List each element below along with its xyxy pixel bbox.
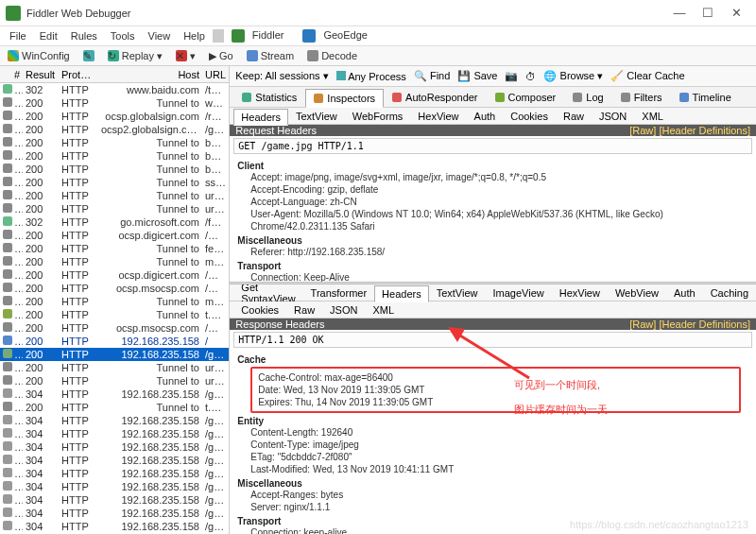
session-row[interactable]: 11200HTTPTunnel tobaidu.com:443 bbox=[0, 149, 229, 163]
main-toolbar: WinConfig ✎ ↻Replay ▾ ✕ ▾ ▶ Go Stream De… bbox=[0, 45, 756, 66]
tab-autoresponder[interactable]: AutoResponder bbox=[384, 88, 486, 107]
session-row[interactable]: 10200HTTPTunnel tobaidu.com:443 bbox=[0, 136, 229, 149]
tab-filters[interactable]: Filters bbox=[612, 88, 671, 107]
tab-composer[interactable]: Composer bbox=[487, 88, 565, 107]
session-row[interactable]: 18200HTTPTunnel tofe2.update.microsoft.c bbox=[0, 242, 229, 255]
menu-geoedge[interactable]: GeoEdge bbox=[297, 27, 378, 44]
session-row[interactable]: 6302HTTPwww.baidu.com/tn=80035161_1_dg bbox=[0, 83, 229, 96]
menu-help[interactable]: Help bbox=[178, 28, 211, 43]
tab-json[interactable]: JSON bbox=[592, 108, 634, 125]
tab-transformer[interactable]: Transformer bbox=[303, 284, 375, 301]
tab-textview[interactable]: TextView bbox=[429, 284, 486, 301]
stream-button[interactable]: Stream bbox=[243, 49, 298, 62]
col-url[interactable]: URL bbox=[202, 69, 229, 80]
session-row[interactable]: 23200HTTPTunnel tot.urs.microsoft.com:44 bbox=[0, 308, 229, 321]
col-num[interactable]: # bbox=[0, 69, 23, 80]
tab-headers[interactable]: Headers bbox=[374, 285, 429, 302]
tab-hexview[interactable]: HexView bbox=[410, 108, 466, 125]
tab-textview[interactable]: TextView bbox=[288, 108, 345, 125]
maximize-button[interactable]: ☐ bbox=[694, 6, 722, 20]
session-row[interactable]: 7200HTTPTunnel towww.baidu.com:443 bbox=[0, 96, 229, 110]
clearcache-button[interactable]: 🧹 Clear Cache bbox=[610, 70, 684, 82]
session-row[interactable]: 14200HTTPTunnel tours.microsoft.com:443 bbox=[0, 189, 229, 202]
session-row[interactable]: 13200HTTPTunnel toss1.bdstatic.com:443 bbox=[0, 176, 229, 189]
tab-statistics[interactable]: Statistics bbox=[233, 88, 305, 107]
menu-file[interactable]: File bbox=[4, 28, 32, 43]
session-row[interactable]: 29304HTTP192.168.235.158/game.jpg bbox=[0, 388, 229, 401]
session-row[interactable]: 35304HTTP192.168.235.158/game.jpg bbox=[0, 467, 229, 480]
col-host[interactable]: Host bbox=[98, 69, 202, 80]
tab-imageview[interactable]: ImageView bbox=[486, 284, 552, 301]
session-row[interactable]: 38304HTTP192.168.235.158/game.jpg bbox=[0, 507, 229, 520]
tab-webforms[interactable]: WebForms bbox=[345, 108, 411, 125]
tab-raw[interactable]: Raw bbox=[286, 301, 322, 319]
save-button[interactable]: 💾 Save bbox=[457, 70, 497, 82]
tab-log[interactable]: Log bbox=[564, 88, 611, 107]
sessions-rows[interactable]: 6302HTTPwww.baidu.com/tn=80035161_1_dg72… bbox=[0, 83, 229, 534]
response-view-tabs-2: CookiesRawJSONXML bbox=[230, 301, 756, 319]
session-row[interactable]: 20200HTTPocsp.digicert.com/MFEwTzBNMEswS… bbox=[0, 268, 229, 282]
response-raw-links[interactable]: [Raw] [Header Definitions] bbox=[629, 319, 750, 330]
tab-cookies[interactable]: Cookies bbox=[503, 108, 556, 125]
tab-auth[interactable]: Auth bbox=[666, 284, 703, 301]
menu-tools[interactable]: Tools bbox=[105, 28, 141, 43]
session-row[interactable]: 31304HTTP192.168.235.158/game.jpg bbox=[0, 414, 229, 427]
session-row[interactable]: 19200HTTPTunnel tomicrosoftedgewelcome bbox=[0, 255, 229, 268]
filter-bar: Keep: All sessions ▾ Any Process 🔍 Find … bbox=[230, 66, 756, 87]
col-result[interactable]: Result bbox=[23, 69, 59, 80]
annotation-text: 可见到一个时间段, 图片缓存时间为一天 bbox=[514, 372, 608, 422]
tab-auth[interactable]: Auth bbox=[467, 108, 504, 125]
decode-button[interactable]: Decode bbox=[303, 49, 361, 62]
session-row[interactable]: 34304HTTP192.168.235.158/game.jpg bbox=[0, 454, 229, 467]
winconfig-button[interactable]: WinConfig bbox=[4, 49, 74, 62]
tab-cookies[interactable]: Cookies bbox=[233, 301, 286, 319]
session-row[interactable]: 24200HTTPocsp.msocsp.com/MFQwUjBQME4wTDA bbox=[0, 321, 229, 335]
session-row[interactable]: 39304HTTP192.168.235.158/game.jpg bbox=[0, 520, 229, 533]
tab-xml[interactable]: XML bbox=[365, 301, 402, 319]
tab-xml[interactable]: XML bbox=[634, 108, 671, 125]
session-row[interactable]: 9200HTTPocsp2.globalsign.com/gsorganizat… bbox=[0, 123, 229, 136]
session-row[interactable]: 22200HTTPTunnel tomicrosoftedgetips.mic bbox=[0, 295, 229, 308]
tab-hexview[interactable]: HexView bbox=[552, 284, 608, 301]
menu-fiddler[interactable]: Fiddler bbox=[226, 27, 296, 44]
tab-webview[interactable]: WebView bbox=[608, 284, 666, 301]
session-row[interactable]: 8200HTTPocsp.globalsign.com/rootr1/MEwwS… bbox=[0, 110, 229, 123]
screenshot-icon[interactable]: 📷 bbox=[505, 70, 518, 82]
tab-headers[interactable]: Headers bbox=[233, 109, 288, 126]
menu-rules[interactable]: Rules bbox=[65, 28, 103, 43]
session-row[interactable]: 36304HTTP192.168.235.158/game.jpg bbox=[0, 480, 229, 493]
menu-edit[interactable]: Edit bbox=[34, 28, 63, 43]
session-row[interactable]: 37304HTTP192.168.235.158/game.jpg bbox=[0, 493, 229, 507]
session-row[interactable]: 33304HTTP192.168.235.158/game.jpg bbox=[0, 440, 229, 454]
go-button[interactable]: ▶ Go bbox=[205, 49, 237, 63]
session-row[interactable]: 17200HTTPocsp.digicert.com/MFEwTzBNMEswS… bbox=[0, 229, 229, 242]
comment-button[interactable]: ✎ bbox=[79, 49, 98, 62]
session-row[interactable]: 32304HTTP192.168.235.158/game.jpg bbox=[0, 427, 229, 440]
session-row[interactable]: 30200HTTPTunnel tot.urs.microsoft.com:44 bbox=[0, 401, 229, 414]
session-row[interactable]: 16302HTTPgo.microsoft.com/fwlink/?LinkId… bbox=[0, 215, 229, 229]
session-row[interactable]: 21200HTTPocsp.msocsp.com/MFQwUjBQME4wTDA bbox=[0, 282, 229, 295]
session-row[interactable]: 27200HTTPTunnel tours.microsoft.com:443 bbox=[0, 361, 229, 374]
find-button[interactable]: 🔍 Find bbox=[414, 70, 450, 82]
tab-timeline[interactable]: Timeline bbox=[671, 88, 740, 107]
session-row[interactable]: 28200HTTPTunnel tours.microsoft.com:443 bbox=[0, 374, 229, 388]
session-row[interactable]: 12200HTTPTunnel tobaidu.com:443 bbox=[0, 163, 229, 176]
keep-dropdown[interactable]: Keep: All sessions ▾ bbox=[235, 70, 328, 82]
tab-inspectors[interactable]: Inspectors bbox=[305, 89, 384, 108]
col-protocol[interactable]: Protocol bbox=[59, 69, 98, 80]
menu-view[interactable]: View bbox=[143, 28, 177, 43]
tab-caching[interactable]: Caching bbox=[703, 284, 756, 301]
session-row[interactable]: 15200HTTPTunnel tours.microsoft.com:443 bbox=[0, 202, 229, 215]
request-raw-links[interactable]: [Raw] [Header Definitions] bbox=[629, 125, 750, 136]
session-row[interactable]: 26200HTTP192.168.235.158/game.jpg bbox=[0, 348, 229, 361]
close-button[interactable]: ✕ bbox=[722, 6, 750, 20]
browse-button[interactable]: 🌐 Browse ▾ bbox=[543, 70, 603, 82]
minimize-button[interactable]: — bbox=[665, 6, 694, 20]
tab-raw[interactable]: Raw bbox=[556, 108, 592, 125]
anyprocess-button[interactable]: Any Process bbox=[336, 71, 406, 82]
replay-button[interactable]: ↻Replay ▾ bbox=[104, 49, 166, 63]
session-row[interactable]: 25200HTTP192.168.235.158/ bbox=[0, 335, 229, 348]
remove-button[interactable]: ✕ ▾ bbox=[172, 49, 199, 63]
timer-icon[interactable]: ⏱ bbox=[525, 71, 536, 82]
tab-json[interactable]: JSON bbox=[322, 301, 365, 319]
